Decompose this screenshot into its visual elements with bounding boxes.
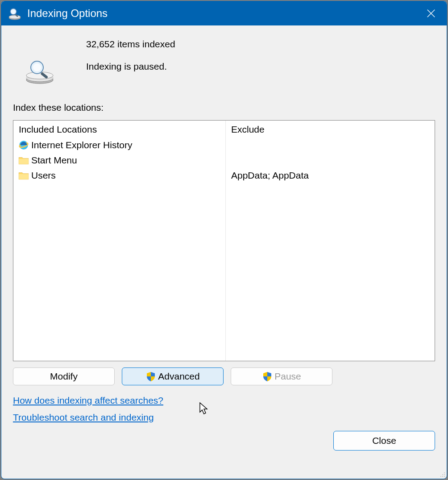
included-column: Included Locations Internet Explorer His…: [13, 121, 226, 361]
close-icon: [426, 8, 436, 18]
help-links: How does indexing affect searches? Troub…: [13, 395, 435, 423]
svg-point-18: [444, 474, 445, 475]
shield-icon: [262, 371, 273, 382]
titlebar[interactable]: Indexing Options: [1, 1, 447, 25]
svg-point-17: [442, 474, 443, 475]
exclude-column: Exclude AppData; AppData: [226, 121, 435, 361]
folder-icon: [18, 154, 29, 166]
svg-point-3: [12, 10, 16, 14]
status-area: 32,652 items indexed Indexing is paused.: [13, 25, 435, 102]
index-locations-label: Index these locations:: [13, 102, 435, 113]
svg-point-12: [33, 63, 41, 71]
pause-button: Pause: [231, 367, 332, 385]
list-item[interactable]: Start Menu: [17, 153, 222, 168]
folder-icon: [18, 170, 29, 181]
window-title: Indexing Options: [27, 7, 415, 20]
list-item[interactable]: Users: [17, 168, 222, 183]
indexing-options-window: Indexing Options 32,65: [1, 1, 447, 479]
close-window-button[interactable]: [415, 1, 447, 25]
exclude-header: Exclude: [229, 123, 431, 138]
advanced-button[interactable]: Advanced: [122, 367, 224, 385]
resize-grip[interactable]: [438, 470, 445, 477]
location-name: Start Menu: [31, 155, 77, 166]
svg-point-20: [442, 476, 443, 477]
help-link-how[interactable]: How does indexing affect searches?: [13, 395, 163, 406]
modify-button[interactable]: Modify: [13, 367, 115, 385]
dialog-content: 32,652 items indexed Indexing is paused.…: [1, 25, 447, 479]
help-link-troubleshoot[interactable]: Troubleshoot search and indexing: [13, 412, 154, 423]
indexing-status-icon: [13, 39, 66, 84]
svg-point-16: [444, 472, 445, 473]
list-item[interactable]: Internet Explorer History: [17, 138, 222, 153]
indexing-options-icon: [8, 6, 22, 21]
indexing-state: Indexing is paused.: [86, 61, 175, 72]
locations-list[interactable]: Included Locations Internet Explorer His…: [13, 120, 435, 361]
exclude-value: AppData; AppData: [229, 168, 431, 183]
svg-point-1: [9, 15, 21, 19]
svg-point-21: [444, 476, 445, 477]
shield-icon: [145, 371, 156, 382]
close-button[interactable]: Close: [333, 431, 435, 451]
svg-point-19: [440, 476, 441, 477]
included-header: Included Locations: [17, 123, 222, 138]
location-name: Users: [31, 170, 56, 181]
ie-icon: [18, 139, 29, 151]
location-name: Internet Explorer History: [31, 140, 132, 150]
items-indexed-count: 32,652 items indexed: [86, 39, 175, 50]
action-buttons: Modify Advanced: [13, 367, 435, 385]
